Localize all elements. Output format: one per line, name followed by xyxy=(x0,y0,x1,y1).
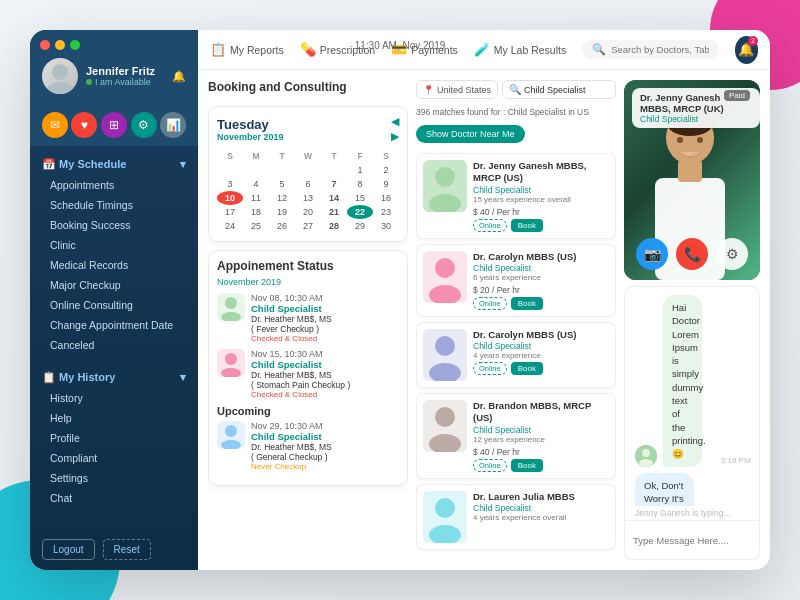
calendar-day-cell[interactable]: 20 xyxy=(295,205,321,219)
grid-icon-btn[interactable]: ⊞ xyxy=(101,112,127,138)
top-nav: 📋 My Reports 💊 Prescription 💳 Payments 🧪… xyxy=(198,30,770,70)
location-selector[interactable]: 📍 United States xyxy=(416,80,498,99)
chart-icon-btn[interactable]: 📊 xyxy=(160,112,186,138)
end-call-button[interactable]: 📞 xyxy=(676,238,708,270)
chat-bubble-sent-1: Ok, Don't Worry It's just Climate Change… xyxy=(635,473,694,506)
close-button[interactable] xyxy=(40,40,50,50)
calendar-day-cell[interactable]: 17 xyxy=(217,205,243,219)
reset-button[interactable]: Reset xyxy=(103,539,151,560)
video-toggle-button[interactable]: 📷 xyxy=(636,238,668,270)
calendar-day-cell[interactable]: 21 xyxy=(321,205,347,219)
calendar-day-cell xyxy=(321,163,347,177)
sidebar-item-schedule-timings[interactable]: Schedule Timings xyxy=(42,195,186,215)
tab-my-reports[interactable]: 📋 My Reports xyxy=(210,42,284,57)
calendar-day-cell[interactable]: 28 xyxy=(321,219,347,233)
sidebar-item-change-appointment[interactable]: Change Appointment Date xyxy=(42,315,186,335)
doctor-card-5: Dr. Lauren Julia MBBS Child Specialist 4… xyxy=(416,484,616,550)
sidebar-item-settings[interactable]: Settings xyxy=(42,468,186,488)
calendar-day-cell[interactable]: 10 xyxy=(217,191,243,205)
calendar-day-cell[interactable]: 5 xyxy=(269,177,295,191)
sidebar-item-profile[interactable]: Profile xyxy=(42,428,186,448)
sidebar-item-appointments[interactable]: Appointments xyxy=(42,175,186,195)
sidebar-item-major-checkup[interactable]: Major Checkup xyxy=(42,275,186,295)
sidebar-item-help[interactable]: Help xyxy=(42,408,186,428)
search-results-info: 396 matches found for : Child Specialist… xyxy=(416,107,616,117)
calendar-day-cell[interactable]: 22 xyxy=(347,205,373,219)
status-item-1: Nov 08, 10:30 AM Child Specialist Dr. He… xyxy=(217,293,399,343)
my-schedule-header[interactable]: 📅 My Schedule ▾ xyxy=(42,154,186,175)
calendar-day-cell[interactable]: 30 xyxy=(373,219,399,233)
calendar-day-cell[interactable]: 3 xyxy=(217,177,243,191)
calendar-day-cell[interactable]: 27 xyxy=(295,219,321,233)
sidebar-item-clinic[interactable]: Clinic xyxy=(42,235,186,255)
heart-icon-btn[interactable]: ♥ xyxy=(71,112,97,138)
calendar-day-cell[interactable]: 26 xyxy=(269,219,295,233)
calendar-day-cell[interactable]: 14 xyxy=(321,191,347,205)
notification-bell[interactable]: 🔔 2 xyxy=(735,36,758,64)
mail-icon-btn[interactable]: ✉ xyxy=(42,112,68,138)
search-input[interactable] xyxy=(611,44,709,55)
message-input[interactable] xyxy=(633,535,759,546)
upcoming-tag-1: Never Checkup xyxy=(251,462,399,471)
calendar-day-cell[interactable]: 1 xyxy=(347,163,373,177)
calendar-day-cell[interactable]: 25 xyxy=(243,219,269,233)
calendar-next[interactable]: ▶ xyxy=(391,130,399,143)
calendar-day-cell[interactable]: 7 xyxy=(321,177,347,191)
time-display: 11:30 AM, Nov 2019 xyxy=(355,40,446,51)
chat-msg-1: Hai Doctor Lorem Ipsum is simply dummy t… xyxy=(635,295,749,467)
sidebar-item-chat[interactable]: Chat xyxy=(42,488,186,508)
calendar-day-cell[interactable]: 29 xyxy=(347,219,373,233)
upcoming-detail-1: ( General Checkup ) xyxy=(251,452,399,462)
specialty-input[interactable] xyxy=(524,85,609,95)
cal-th-sat: S xyxy=(373,149,399,163)
my-history-header[interactable]: 📋 My History ▾ xyxy=(42,367,186,388)
sidebar-item-history[interactable]: History xyxy=(42,388,186,408)
calendar-day-cell[interactable]: 13 xyxy=(295,191,321,205)
doctor-exp-4: 12 years experience xyxy=(473,435,609,444)
calendar-day-cell[interactable]: 23 xyxy=(373,205,399,219)
calendar-day-cell[interactable]: 6 xyxy=(295,177,321,191)
bell-icon[interactable]: 🔔 xyxy=(172,70,186,83)
doctor-specialty-5: Child Specialist xyxy=(473,503,609,513)
gear-icon-btn[interactable]: ⚙ xyxy=(131,112,157,138)
sidebar-item-compliant[interactable]: Compliant xyxy=(42,448,186,468)
video-controls: 📷 📞 ⚙ xyxy=(636,238,748,270)
calendar-day-cell[interactable]: 9 xyxy=(373,177,399,191)
calendar-day-cell[interactable]: 24 xyxy=(217,219,243,233)
book-button-1[interactable]: Book xyxy=(511,219,543,232)
calendar-day: Tuesday xyxy=(217,117,284,132)
upcoming-item-1: Nov 29, 10:30 AM Child Specialist Dr. He… xyxy=(217,421,399,471)
chat-bubble-received-1: Hai Doctor Lorem Ipsum is simply dummy t… xyxy=(663,295,702,467)
book-button-2[interactable]: Book xyxy=(511,297,543,310)
sidebar-footer: Logout Reset xyxy=(30,529,198,570)
calendar-day-cell[interactable]: 2 xyxy=(373,163,399,177)
calendar-month-year: November 2019 xyxy=(217,132,284,142)
calendar-prev[interactable]: ◀ xyxy=(391,115,399,128)
sidebar-item-medical-records[interactable]: Medical Records xyxy=(42,255,186,275)
calendar-day-cell[interactable]: 12 xyxy=(269,191,295,205)
calendar-day-cell[interactable]: 4 xyxy=(243,177,269,191)
svg-point-0 xyxy=(52,64,68,80)
book-button-4[interactable]: Book xyxy=(511,459,543,472)
calendar-day-cell[interactable]: 15 xyxy=(347,191,373,205)
chat-msg-2: 3:50 PM Ok, Don't Worry It's just Climat… xyxy=(635,473,749,506)
doctor-price-4: $ 40 / Per hr xyxy=(473,447,609,457)
user-status: I am Available xyxy=(86,77,155,87)
doctor-card-3: Dr. Carolyn MBBS (US) Child Specialist 4… xyxy=(416,322,616,388)
calendar-day-cell[interactable]: 19 xyxy=(269,205,295,219)
more-options-button[interactable]: ⚙ xyxy=(716,238,748,270)
sidebar-item-canceled[interactable]: Canceled xyxy=(42,335,186,355)
sidebar-item-online-consulting[interactable]: Online Consulting xyxy=(42,295,186,315)
calendar-day-cell[interactable]: 16 xyxy=(373,191,399,205)
show-map-button[interactable]: Show Doctor Near Me xyxy=(416,125,525,143)
calendar-day-cell[interactable]: 18 xyxy=(243,205,269,219)
logout-button[interactable]: Logout xyxy=(42,539,95,560)
cal-th-tue: T xyxy=(269,149,295,163)
sidebar-item-booking-success[interactable]: Booking Success xyxy=(42,215,186,235)
calendar-day-cell[interactable]: 11 xyxy=(243,191,269,205)
book-button-3[interactable]: Book xyxy=(511,362,543,375)
calendar-day-cell[interactable]: 8 xyxy=(347,177,373,191)
maximize-button[interactable] xyxy=(70,40,80,50)
tab-lab-results[interactable]: 🧪 My Lab Results xyxy=(474,42,566,57)
minimize-button[interactable] xyxy=(55,40,65,50)
